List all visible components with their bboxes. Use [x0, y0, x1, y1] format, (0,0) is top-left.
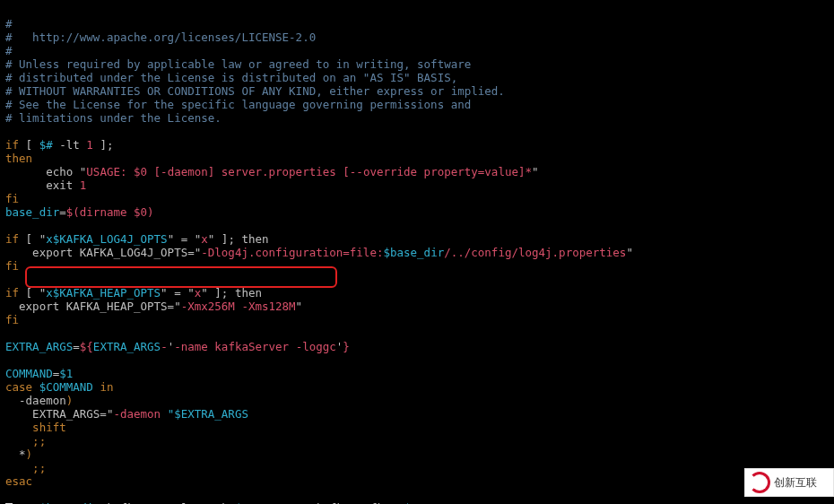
case-var: $COMMAND: [32, 380, 100, 394]
var-argc: $#: [39, 138, 53, 152]
pat-star: *: [5, 448, 26, 461]
export1: export KAFKA_LOG4J_OPTS=": [5, 246, 201, 259]
ea-assign: EXTRA_ARGS=": [5, 407, 113, 421]
eq: =: [59, 205, 66, 219]
num-1: 1: [86, 138, 93, 152]
brace-close: }: [343, 340, 350, 353]
var-command: COMMAND: [5, 367, 53, 380]
var-basedir: base_dir: [5, 205, 59, 219]
usage-string: USAGE: $0 [-daemon] server.properties [-…: [86, 165, 532, 178]
dsemi: ;;: [5, 461, 46, 474]
dash: -: [161, 340, 168, 353]
kw-in: in: [100, 380, 113, 394]
kw-fi: fi: [5, 313, 19, 326]
kw-if: if: [5, 232, 19, 246]
op-lt: -lt: [53, 138, 87, 152]
var-heap: x$KAFKA_HEAP_OPTS: [46, 286, 161, 300]
num-1: 1: [80, 178, 87, 192]
quote: ": [296, 300, 303, 313]
license-line: # http://www.apache.org/licenses/LICENSE…: [5, 30, 316, 44]
dirname: dirname $0: [80, 205, 147, 219]
license-line: #: [5, 17, 13, 30]
export2: export KAFKA_HEAP_OPTS=": [5, 300, 181, 313]
cond-post: " ]; then: [208, 232, 269, 246]
pat-daemon: -daemon: [5, 394, 66, 407]
subst-close: ): [147, 205, 154, 219]
kw-if: if: [5, 286, 19, 300]
echo: echo: [5, 165, 80, 178]
kw-fi: fi: [5, 192, 19, 205]
watermark: 创新互联: [744, 468, 834, 497]
quote: ": [532, 165, 539, 178]
cond-mid: " = ": [161, 286, 195, 300]
license-line: # Unless required by applicable law or a…: [5, 57, 471, 71]
heap-arg: -Xmx256M -Xms128M: [181, 300, 296, 313]
daemon-str: -daemon: [113, 407, 167, 421]
var-extra: EXTRA_ARGS: [5, 340, 73, 353]
extra-str: -name kafkaServer -loggc: [174, 340, 336, 353]
cond-post: " ]; then: [201, 286, 262, 300]
subst-open: $(: [66, 205, 80, 219]
quote: ": [626, 246, 633, 259]
kw-fi: fi: [5, 259, 19, 273]
license-line: #: [5, 44, 13, 57]
kw-then: then: [5, 152, 32, 165]
eq: =: [73, 340, 80, 353]
cond-mid: " = ": [168, 232, 202, 246]
x: x: [201, 232, 208, 246]
kw-case: case: [5, 380, 32, 394]
license-line: # distributed under the License is distr…: [5, 71, 457, 84]
log4j-tail: /../config/log4j.properties: [444, 246, 626, 259]
kw-esac: esac: [5, 474, 32, 488]
kw-shift: shift: [5, 421, 66, 434]
var-extra-ref: EXTRA_ARGS: [93, 340, 161, 353]
var-ea: "$EXTRA_ARGS: [168, 407, 248, 421]
license-line: # See the License for the specific langu…: [5, 98, 471, 111]
license-line: # limitations under the License.: [5, 111, 222, 125]
var-dollar1: $1: [59, 367, 73, 380]
brace-open: ${: [80, 340, 93, 353]
dsemi: ;;: [5, 434, 46, 448]
rparen: ): [26, 448, 33, 461]
logo-swirl-icon: [749, 472, 770, 493]
var-basedir-ref: $base_dir: [383, 246, 444, 259]
kw-if: if: [5, 138, 19, 152]
code-editor[interactable]: # # http://www.apache.org/licenses/LICEN…: [0, 0, 834, 504]
exit: exit: [5, 178, 80, 192]
bracket: [: [19, 138, 39, 152]
log4j-arg: -Dlog4j.configuration=file:: [201, 246, 383, 259]
watermark-text: 创新互联: [774, 476, 817, 490]
rparen: ): [66, 394, 74, 407]
var-log4j: x$KAFKA_LOG4J_OPTS: [46, 232, 167, 246]
bracket: ];: [93, 138, 114, 152]
license-line: # WITHOUT WARRANTIES OR CONDITIONS OF AN…: [5, 84, 505, 98]
